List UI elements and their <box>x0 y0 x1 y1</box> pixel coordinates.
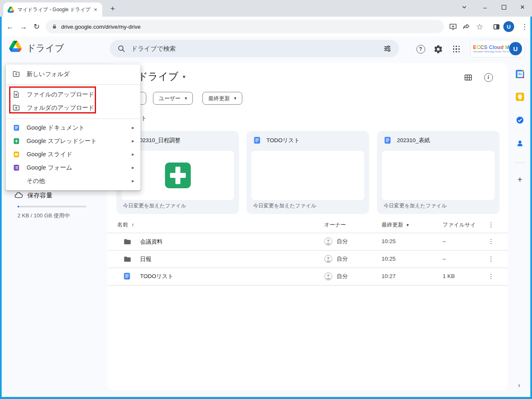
storage-progress-fill <box>17 206 19 207</box>
tab-title: マイドライブ - Google ドライブ <box>17 6 93 13</box>
keep-app-button[interactable] <box>516 93 524 101</box>
column-header-modified[interactable]: 最終更新 ▾ <box>382 221 409 229</box>
search-icon <box>117 44 126 53</box>
suggested-file-card[interactable]: 202310_表紙 今日変更を加えたファイル <box>377 131 500 214</box>
card-file-title: 202310_日程調整 <box>136 137 181 144</box>
chevron-down-icon: ▾ <box>185 96 187 101</box>
column-header-owner[interactable]: オーナー <box>324 221 346 229</box>
column-header-more-icon[interactable]: ⋮ <box>488 221 494 229</box>
row-more-icon[interactable]: ⋮ <box>488 238 494 245</box>
window-maximize-button[interactable] <box>498 1 510 13</box>
menu-item-google-slides[interactable]: Google スライド ▸ <box>6 148 140 161</box>
contacts-app-button[interactable] <box>516 139 524 148</box>
file-thumbnail <box>382 151 495 200</box>
search-input[interactable]: ドライブで検索 <box>110 40 399 57</box>
size-cell: 1 KB <box>443 273 455 279</box>
owner-avatar-icon <box>324 255 332 263</box>
filter-chip-people[interactable]: ユーザー ▾ <box>153 92 193 105</box>
docs-file-icon <box>253 136 261 144</box>
column-header-name[interactable]: 名前 ↑ <box>117 221 134 229</box>
window-close-button[interactable]: × <box>516 1 529 13</box>
side-panel-icon[interactable] <box>491 22 501 32</box>
keep-icon <box>516 93 524 101</box>
forward-button[interactable]: → <box>18 22 28 32</box>
sidebar-item-storage[interactable]: 保存容量 <box>27 192 52 200</box>
search-options-tune-icon[interactable] <box>383 44 392 53</box>
divider <box>6 118 140 119</box>
tab-search-chevron-icon[interactable] <box>458 1 470 13</box>
menu-item-google-docs[interactable]: Google ドキュメント ▸ <box>6 121 140 134</box>
owner-cell: 自分 <box>337 238 348 245</box>
cloud-icon <box>14 191 23 200</box>
new-tab-button[interactable]: + <box>107 3 118 14</box>
menu-item-google-forms[interactable]: Google フォーム ▸ <box>6 161 140 174</box>
table-row[interactable]: 会議資料 <box>123 237 163 246</box>
owner-cell: 自分 <box>337 273 348 280</box>
chevron-down-icon: ▾ <box>234 96 236 101</box>
tasks-app-button[interactable] <box>516 116 524 124</box>
calendar-icon: 31 <box>516 70 524 78</box>
main-content-panel: マイドライブ ▾ i 種類 ▾ ユーザー ▾ 最終更新 ▾ サジェスト 2023… <box>107 63 508 391</box>
table-row[interactable]: 日報 <box>123 255 151 264</box>
reload-button[interactable]: ↻ <box>32 22 42 32</box>
drive-logo <box>9 41 22 52</box>
filter-chip-modified[interactable]: 最終更新 ▾ <box>202 92 242 105</box>
chevron-down-icon: ▾ <box>182 74 185 80</box>
window-minimize-button[interactable]: – <box>479 1 491 13</box>
share-icon[interactable] <box>461 22 471 32</box>
card-file-title: TODOリスト <box>266 137 300 144</box>
forms-icon <box>12 163 20 172</box>
bookmark-star-icon[interactable]: ☆ <box>475 22 485 32</box>
menu-item-new-folder[interactable]: 新しいフォルダ <box>6 67 140 81</box>
row-more-icon[interactable]: ⋮ <box>488 255 494 263</box>
file-name: TODOリスト <box>140 273 173 280</box>
url-text: drive.google.com/drive/my-drive <box>61 24 140 30</box>
card-caption: 今日変更を加えたファイル <box>123 202 186 209</box>
address-bar[interactable]: drive.google.com/drive/my-drive <box>46 20 444 33</box>
card-caption: 今日変更を加えたファイル <box>384 202 447 209</box>
help-button[interactable]: ? <box>415 44 426 54</box>
column-header-size[interactable]: ファイルサイ <box>443 221 476 229</box>
sheets-logo-icon <box>165 163 191 188</box>
eccs-account-badge[interactable]: ECCS Cloud Mail Information Technology C… <box>470 40 525 57</box>
settings-button[interactable] <box>433 44 443 54</box>
drive-favicon <box>7 7 14 13</box>
account-avatar[interactable]: U <box>509 42 522 55</box>
apps-grid-icon <box>453 45 461 53</box>
browser-tab[interactable]: マイドライブ - Google ドライブ × <box>3 2 102 17</box>
menu-item-more[interactable]: その他 ▸ <box>6 174 140 187</box>
divider <box>107 268 508 268</box>
file-name: 会議資料 <box>140 238 163 246</box>
list-grid-view-toggle[interactable] <box>463 72 473 82</box>
gear-icon <box>433 44 443 54</box>
browser-profile-avatar[interactable]: U <box>503 21 514 32</box>
modified-cell: 10:25 <box>382 238 396 244</box>
browser-menu-kebab-icon[interactable]: ⋮ <box>520 22 530 32</box>
suggested-file-card[interactable]: TODOリスト 今日変更を加えたファイル <box>246 131 369 214</box>
google-apps-button[interactable] <box>451 44 462 54</box>
row-more-icon[interactable]: ⋮ <box>488 273 494 280</box>
info-icon: i <box>484 73 493 82</box>
menu-item-google-sheets[interactable]: Google スプレッドシート ▸ <box>6 134 140 148</box>
size-cell: – <box>443 238 446 244</box>
submenu-arrow-icon: ▸ <box>132 165 134 170</box>
details-button[interactable]: i <box>483 72 493 82</box>
back-button[interactable]: ← <box>5 22 15 32</box>
window-border <box>0 17 2 399</box>
tab-close-icon[interactable]: × <box>93 6 98 13</box>
card-caption: 今日変更を加えたファイル <box>253 202 316 209</box>
add-addon-button[interactable]: + <box>515 175 525 185</box>
calendar-app-button[interactable]: 31 <box>516 70 524 78</box>
table-row[interactable]: TODOリスト <box>123 272 173 280</box>
slides-icon <box>12 150 20 158</box>
install-icon[interactable] <box>448 22 458 32</box>
folder-icon <box>123 255 132 264</box>
folder-icon <box>123 237 132 246</box>
eccs-badge-title: ECCS Cloud Mail <box>473 44 509 50</box>
show-side-panel-chevron-icon[interactable]: › <box>515 381 524 390</box>
file-name: 日報 <box>140 256 151 263</box>
storage-usage-text: 2 KB / 100 GB 使用中 <box>17 212 70 219</box>
divider <box>107 233 508 233</box>
drive-app-name: ドライブ <box>27 42 64 54</box>
eccs-badge-subtitle: Information Technology Center, The Unive… <box>473 50 509 53</box>
